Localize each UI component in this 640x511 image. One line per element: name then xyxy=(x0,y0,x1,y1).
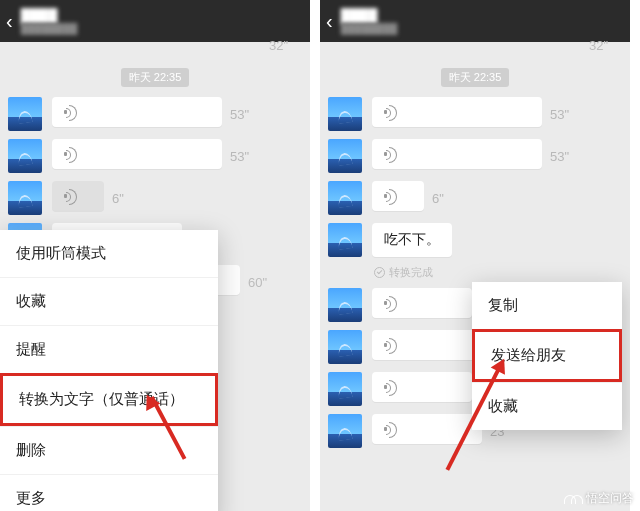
voice-msg[interactable]: 6" xyxy=(328,181,622,215)
text-msg[interactable]: 吃不下。 xyxy=(328,223,622,257)
context-menu-left: 使用听筒模式 收藏 提醒 转换为文字（仅普通话） 删除 更多 xyxy=(0,230,218,511)
voice-icon xyxy=(384,338,398,352)
duration-label: 6" xyxy=(112,191,124,206)
duration-label: 53" xyxy=(230,149,249,164)
duration-label: 53" xyxy=(550,107,569,122)
avatar[interactable] xyxy=(328,414,362,448)
duration-label: 53" xyxy=(230,107,249,122)
duration-label: 53" xyxy=(550,149,569,164)
avatar[interactable] xyxy=(328,97,362,131)
voice-icon xyxy=(64,189,78,203)
voice-msg[interactable]: 53" xyxy=(328,139,622,173)
menu-convert-to-text[interactable]: 转换为文字（仅普通话） xyxy=(0,373,218,426)
convert-status: 转换完成 xyxy=(374,265,622,280)
voice-icon xyxy=(384,380,398,394)
duration-label: 6" xyxy=(432,191,444,206)
chat-title: ████ ████████ xyxy=(341,9,398,34)
avatar[interactable] xyxy=(328,181,362,215)
voice-msg[interactable]: 53" xyxy=(8,97,302,131)
voice-msg-selected[interactable]: 6" xyxy=(8,181,302,215)
menu-copy[interactable]: 复制 xyxy=(472,282,622,329)
topbar: ‹ ████ ████████ xyxy=(0,0,310,42)
phone-left: ‹ ████ ████████ 32" 昨天 22:35 53" 53" 6" xyxy=(0,0,310,511)
menu-favorite[interactable]: 收藏 xyxy=(0,277,218,325)
menu-delete[interactable]: 删除 xyxy=(0,426,218,474)
duration-label: 60" xyxy=(248,275,267,290)
prev-duration: 32" xyxy=(589,38,608,53)
topbar: ‹ ████ ████████ xyxy=(320,0,630,42)
avatar[interactable] xyxy=(328,372,362,406)
check-icon xyxy=(374,267,385,278)
voice-icon xyxy=(64,105,78,119)
menu-favorite[interactable]: 收藏 xyxy=(472,382,622,430)
chat-title: ████ ████████ xyxy=(21,9,78,34)
menu-remind[interactable]: 提醒 xyxy=(0,325,218,373)
voice-icon xyxy=(384,422,398,436)
avatar[interactable] xyxy=(328,223,362,257)
back-icon[interactable]: ‹ xyxy=(326,10,333,33)
menu-earpiece[interactable]: 使用听筒模式 xyxy=(0,230,218,277)
avatar[interactable] xyxy=(8,139,42,173)
avatar[interactable] xyxy=(328,288,362,322)
avatar[interactable] xyxy=(8,181,42,215)
menu-more[interactable]: 更多 xyxy=(0,474,218,511)
voice-msg[interactable]: 53" xyxy=(8,139,302,173)
time-chip: 昨天 22:35 xyxy=(121,68,190,87)
voice-icon xyxy=(384,296,398,310)
phone-right: ‹ ████ ████████ 32" 昨天 22:35 53" 53" 6" … xyxy=(320,0,630,511)
time-chip: 昨天 22:35 xyxy=(441,68,510,87)
voice-icon xyxy=(384,189,398,203)
voice-icon xyxy=(64,147,78,161)
avatar[interactable] xyxy=(328,139,362,173)
wukong-icon xyxy=(564,493,582,505)
voice-icon xyxy=(384,105,398,119)
avatar[interactable] xyxy=(328,330,362,364)
context-menu-right: 复制 发送给朋友 收藏 xyxy=(472,282,622,430)
back-icon[interactable]: ‹ xyxy=(6,10,13,33)
avatar[interactable] xyxy=(8,97,42,131)
voice-msg[interactable]: 53" xyxy=(328,97,622,131)
prev-duration: 32" xyxy=(269,38,288,53)
watermark: 悟空问答 xyxy=(564,490,634,507)
voice-icon xyxy=(384,147,398,161)
